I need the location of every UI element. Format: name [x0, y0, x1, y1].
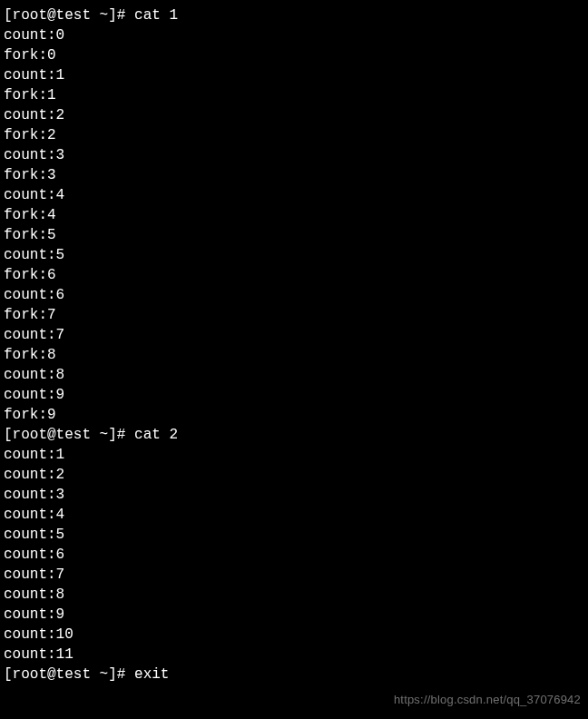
command-text: exit: [134, 666, 169, 683]
output-line: fork:9: [4, 405, 584, 425]
output-line: fork:5: [4, 225, 584, 245]
output-line: count:5: [4, 245, 584, 265]
output-line: count:5: [4, 525, 584, 545]
command-line: [root@test ~]# cat 1: [4, 5, 584, 25]
output-line: count:3: [4, 145, 584, 165]
command-line: [root@test ~]# cat 2: [4, 425, 584, 445]
command-line: [root@test ~]# exit: [4, 665, 584, 685]
output-line: count:1: [4, 65, 584, 85]
terminal[interactable]: [root@test ~]# cat 1count:0fork:0count:1…: [4, 5, 584, 685]
output-line: count:9: [4, 385, 584, 405]
output-line: count:4: [4, 185, 584, 205]
output-line: count:2: [4, 105, 584, 125]
shell-prompt: [root@test ~]#: [4, 427, 134, 443]
output-line: fork:8: [4, 345, 584, 365]
output-line: count:3: [4, 485, 584, 505]
shell-prompt: [root@test ~]#: [4, 7, 134, 24]
output-line: count:7: [4, 565, 584, 585]
output-line: fork:7: [4, 305, 584, 325]
output-line: count:6: [4, 285, 584, 305]
output-line: count:6: [4, 545, 584, 565]
watermark: https://blog.csdn.net/qq_37076942: [394, 690, 581, 710]
output-line: count:10: [4, 625, 584, 645]
output-line: fork:6: [4, 265, 584, 285]
output-line: count:9: [4, 605, 584, 625]
output-line: count:1: [4, 445, 584, 465]
command-text: cat 1: [134, 7, 178, 24]
shell-prompt: [root@test ~]#: [4, 666, 134, 683]
output-line: fork:0: [4, 45, 584, 65]
output-line: count:0: [4, 25, 584, 45]
output-line: fork:4: [4, 205, 584, 225]
output-line: count:8: [4, 365, 584, 385]
output-line: count:11: [4, 645, 584, 665]
command-text: cat 2: [134, 427, 178, 443]
output-line: fork:2: [4, 125, 584, 145]
output-line: count:7: [4, 325, 584, 345]
output-line: count:8: [4, 585, 584, 605]
output-line: count:4: [4, 505, 584, 525]
output-line: count:2: [4, 465, 584, 485]
output-line: fork:3: [4, 165, 584, 185]
output-line: fork:1: [4, 85, 584, 105]
